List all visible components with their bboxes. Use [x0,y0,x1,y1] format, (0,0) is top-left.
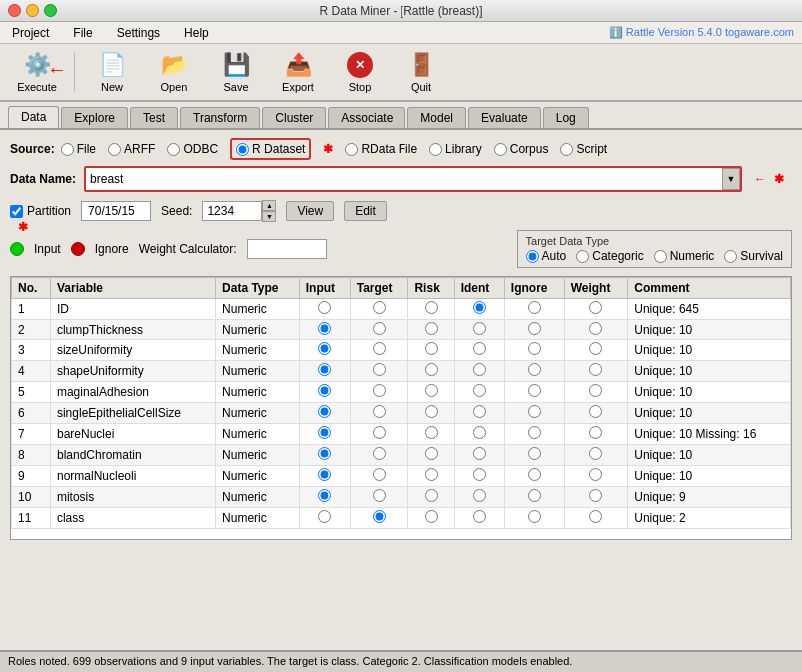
target-8-radio[interactable] [373,468,386,481]
weight-7-radio[interactable] [589,447,602,460]
risk-2-radio[interactable] [425,342,438,355]
source-arff-radio[interactable] [108,143,121,156]
open-button[interactable]: 📂 Open [145,47,203,97]
source-corpus-radio[interactable] [494,143,507,156]
risk-6-radio[interactable] [425,426,438,439]
weight-0-radio[interactable] [589,301,602,314]
new-button[interactable]: 📄 New [83,47,141,97]
menu-settings[interactable]: Settings [113,24,164,42]
seed-spinner[interactable]: ▲ ▼ [262,200,276,222]
close-button[interactable] [8,4,21,17]
ident-4-radio[interactable] [473,384,486,397]
ident-0-radio[interactable] [473,301,486,314]
quit-button[interactable]: 🚪 Quit [393,47,450,97]
ignore-6-radio[interactable] [528,426,541,439]
data-name-dropdown-button[interactable]: ▼ [722,168,740,190]
target-9-radio[interactable] [373,489,386,502]
target-survival-option[interactable]: Survival [724,249,783,263]
target-categoric-option[interactable]: Categoric [576,249,643,263]
source-odbc-radio[interactable] [167,143,180,156]
export-button[interactable]: 📤 Export [269,47,327,97]
risk-0-radio[interactable] [425,301,438,314]
ident-3-radio[interactable] [473,363,486,376]
target-2-radio[interactable] [373,342,386,355]
target-categoric-radio[interactable] [576,250,589,263]
ignore-8-radio[interactable] [528,468,541,481]
source-arff-option[interactable]: ARFF [108,142,155,156]
source-script-radio[interactable] [560,143,573,156]
source-script-option[interactable]: Script [560,142,607,156]
source-rdatafile-option[interactable]: RData File [345,142,417,156]
risk-9-radio[interactable] [425,489,438,502]
tab-explore[interactable]: Explore [61,107,128,128]
save-button[interactable]: 💾 Save [207,47,265,97]
input-2-radio[interactable] [318,342,331,355]
weight-6-radio[interactable] [589,426,602,439]
risk-8-radio[interactable] [425,468,438,481]
ignore-4-radio[interactable] [528,384,541,397]
ident-2-radio[interactable] [473,342,486,355]
source-rdatafile-radio[interactable] [345,143,358,156]
risk-7-radio[interactable] [425,447,438,460]
ignore-1-radio[interactable] [528,322,541,335]
ignore-3-radio[interactable] [528,363,541,376]
source-library-radio[interactable] [429,143,442,156]
target-6-radio[interactable] [373,426,386,439]
ident-10-radio[interactable] [473,510,486,523]
minimize-button[interactable] [26,4,39,17]
input-9-radio[interactable] [318,489,331,502]
target-auto-radio[interactable] [526,250,539,263]
target-4-radio[interactable] [373,384,386,397]
ident-8-radio[interactable] [473,468,486,481]
risk-4-radio[interactable] [425,384,438,397]
input-0-radio[interactable] [318,301,331,314]
target-7-radio[interactable] [373,447,386,460]
menu-help[interactable]: Help [180,24,213,42]
tab-associate[interactable]: Associate [328,107,405,128]
input-6-radio[interactable] [318,426,331,439]
tab-cluster[interactable]: Cluster [262,107,326,128]
target-numeric-option[interactable]: Numeric [654,249,715,263]
ident-9-radio[interactable] [473,489,486,502]
ident-5-radio[interactable] [473,405,486,418]
weight-10-radio[interactable] [589,510,602,523]
stop-button[interactable]: ✕ Stop [331,47,389,97]
input-5-radio[interactable] [318,405,331,418]
ignore-10-radio[interactable] [528,510,541,523]
maximize-button[interactable] [44,4,57,17]
partition-checkbox-label[interactable]: Partition [10,204,71,218]
tab-data[interactable]: Data [8,106,59,128]
partition-checkbox[interactable] [10,205,23,218]
target-auto-option[interactable]: Auto [526,249,567,263]
menu-file[interactable]: File [69,24,96,42]
edit-button[interactable]: Edit [344,201,387,221]
risk-1-radio[interactable] [425,322,438,335]
target-5-radio[interactable] [373,405,386,418]
target-10-radio[interactable] [373,510,386,523]
source-library-option[interactable]: Library [429,142,482,156]
tab-log[interactable]: Log [543,107,589,128]
risk-5-radio[interactable] [425,405,438,418]
target-survival-radio[interactable] [724,250,737,263]
ignore-9-radio[interactable] [528,489,541,502]
source-odbc-option[interactable]: ODBC [167,142,218,156]
target-1-radio[interactable] [373,322,386,335]
seed-decrement-button[interactable]: ▼ [262,211,276,222]
ignore-2-radio[interactable] [528,342,541,355]
source-rdataset-radio[interactable] [236,143,249,156]
target-0-radio[interactable] [373,301,386,314]
target-numeric-radio[interactable] [654,250,667,263]
weight-5-radio[interactable] [589,405,602,418]
source-rdataset-option[interactable]: R Dataset [230,138,311,160]
target-3-radio[interactable] [373,363,386,376]
menu-project[interactable]: Project [8,24,53,42]
tab-model[interactable]: Model [407,107,466,128]
weight-9-radio[interactable] [589,489,602,502]
source-corpus-option[interactable]: Corpus [494,142,549,156]
ident-6-radio[interactable] [473,426,486,439]
seed-increment-button[interactable]: ▲ [262,200,276,211]
tab-test[interactable]: Test [130,107,178,128]
seed-input[interactable] [202,201,262,221]
ignore-0-radio[interactable] [528,301,541,314]
tab-evaluate[interactable]: Evaluate [468,107,541,128]
